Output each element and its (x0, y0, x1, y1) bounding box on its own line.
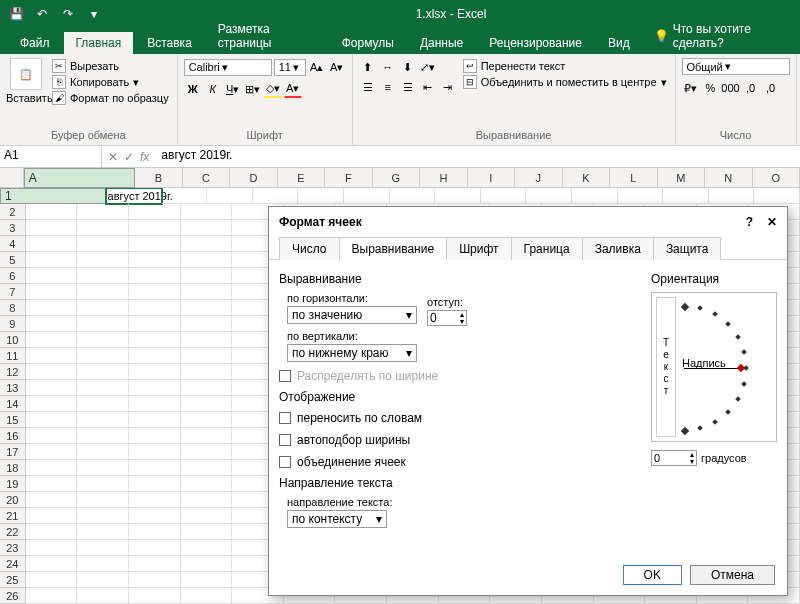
cell[interactable] (129, 540, 181, 556)
row-header[interactable]: 20 (0, 492, 26, 508)
cell[interactable] (129, 236, 181, 252)
cell[interactable] (181, 284, 233, 300)
col-header-H[interactable]: H (420, 168, 467, 188)
cell[interactable] (181, 332, 233, 348)
cell[interactable] (26, 204, 78, 220)
cell[interactable] (26, 332, 78, 348)
increase-indent-icon[interactable]: ⇥ (439, 78, 457, 96)
cell[interactable] (26, 396, 78, 412)
col-header-F[interactable]: F (325, 168, 372, 188)
decrease-font-icon[interactable]: A▾ (328, 58, 346, 76)
cell[interactable] (77, 508, 129, 524)
cell[interactable] (77, 220, 129, 236)
row-header[interactable]: 13 (0, 380, 26, 396)
enter-formula-icon[interactable]: ✓ (124, 150, 134, 164)
border-button[interactable]: ⊞▾ (244, 80, 262, 98)
col-header-A[interactable]: A (24, 168, 135, 188)
paste-button[interactable]: 📋 Вставить (6, 58, 46, 104)
cell[interactable] (526, 188, 572, 204)
row-header[interactable]: 22 (0, 524, 26, 540)
cell[interactable] (26, 524, 78, 540)
cancel-formula-icon[interactable]: ✕ (108, 150, 118, 164)
cell[interactable] (77, 476, 129, 492)
row-header[interactable]: 16 (0, 428, 26, 444)
cell[interactable] (77, 460, 129, 476)
cell[interactable] (181, 348, 233, 364)
cell[interactable] (344, 188, 390, 204)
cell[interactable] (129, 364, 181, 380)
col-header-E[interactable]: E (278, 168, 325, 188)
row-header[interactable]: 8 (0, 300, 26, 316)
cell[interactable] (26, 236, 78, 252)
percent-icon[interactable]: % (702, 79, 720, 97)
cell[interactable] (129, 204, 181, 220)
dlg-tab-protect[interactable]: Защита (653, 237, 722, 260)
dlg-tab-border[interactable]: Граница (511, 237, 583, 260)
dlg-tab-alignment[interactable]: Выравнивание (339, 237, 448, 260)
cell[interactable] (181, 588, 233, 604)
row-header[interactable]: 15 (0, 412, 26, 428)
row-header[interactable]: 10 (0, 332, 26, 348)
cell[interactable] (77, 268, 129, 284)
currency-icon[interactable]: ₽▾ (682, 79, 700, 97)
dlg-tab-number[interactable]: Число (279, 237, 340, 260)
orientation-vertical-text[interactable]: Текст (656, 297, 676, 437)
cell[interactable] (129, 220, 181, 236)
name-box[interactable]: A1 (0, 146, 102, 167)
col-header-D[interactable]: D (230, 168, 277, 188)
cell[interactable] (77, 348, 129, 364)
cell[interactable] (435, 188, 481, 204)
help-icon[interactable]: ? (746, 215, 753, 229)
row-header[interactable]: 4 (0, 236, 26, 252)
cell[interactable] (77, 284, 129, 300)
vertical-align-select[interactable]: по нижнему краю▾ (287, 344, 417, 362)
row-header[interactable]: 3 (0, 220, 26, 236)
cell[interactable] (77, 364, 129, 380)
cell[interactable] (181, 364, 233, 380)
cell[interactable] (181, 556, 233, 572)
row-header[interactable]: 14 (0, 396, 26, 412)
italic-button[interactable]: К (204, 80, 222, 98)
col-header-O[interactable]: O (753, 168, 800, 188)
tab-view[interactable]: Вид (596, 32, 642, 54)
cell[interactable] (181, 508, 233, 524)
cell[interactable] (26, 300, 78, 316)
shrink-checkbox[interactable]: автоподбор ширины (279, 432, 639, 448)
row-header[interactable]: 18 (0, 460, 26, 476)
row-header[interactable]: 24 (0, 556, 26, 572)
cell[interactable] (129, 588, 181, 604)
cell[interactable] (77, 556, 129, 572)
wrap-text-button[interactable]: ↩Перенести текст (461, 58, 669, 74)
save-icon[interactable]: 💾 (4, 2, 28, 26)
cell[interactable] (26, 492, 78, 508)
cell[interactable] (129, 252, 181, 268)
align-right-icon[interactable]: ☰ (399, 78, 417, 96)
degrees-spinner[interactable]: 0▴▾ (651, 450, 697, 466)
cell[interactable] (77, 588, 129, 604)
cell[interactable] (129, 332, 181, 348)
cell[interactable] (181, 540, 233, 556)
wrap-checkbox[interactable]: переносить по словам (279, 410, 639, 426)
formula-bar[interactable]: август 2019г. (155, 146, 800, 167)
cell[interactable] (181, 300, 233, 316)
tell-me[interactable]: 💡 Что вы хотите сделать? (644, 18, 800, 54)
text-direction-select[interactable]: по контексту▾ (287, 510, 387, 528)
cell[interactable] (26, 508, 78, 524)
cell[interactable] (77, 572, 129, 588)
cell[interactable] (26, 556, 78, 572)
cell[interactable] (207, 188, 253, 204)
row-header[interactable]: 21 (0, 508, 26, 524)
increase-font-icon[interactable]: A▴ (308, 58, 326, 76)
indent-spinner[interactable]: 0▴▾ (427, 310, 467, 326)
row-header[interactable]: 23 (0, 540, 26, 556)
close-icon[interactable]: ✕ (767, 215, 777, 229)
row-header[interactable]: 17 (0, 444, 26, 460)
format-painter-button[interactable]: 🖌Формат по образцу (50, 90, 171, 106)
cell[interactable] (26, 428, 78, 444)
cell[interactable] (754, 188, 800, 204)
cell[interactable] (618, 188, 664, 204)
col-header-G[interactable]: G (373, 168, 420, 188)
tab-file[interactable]: Файл (8, 32, 62, 54)
row-header[interactable]: 7 (0, 284, 26, 300)
cell[interactable] (26, 572, 78, 588)
